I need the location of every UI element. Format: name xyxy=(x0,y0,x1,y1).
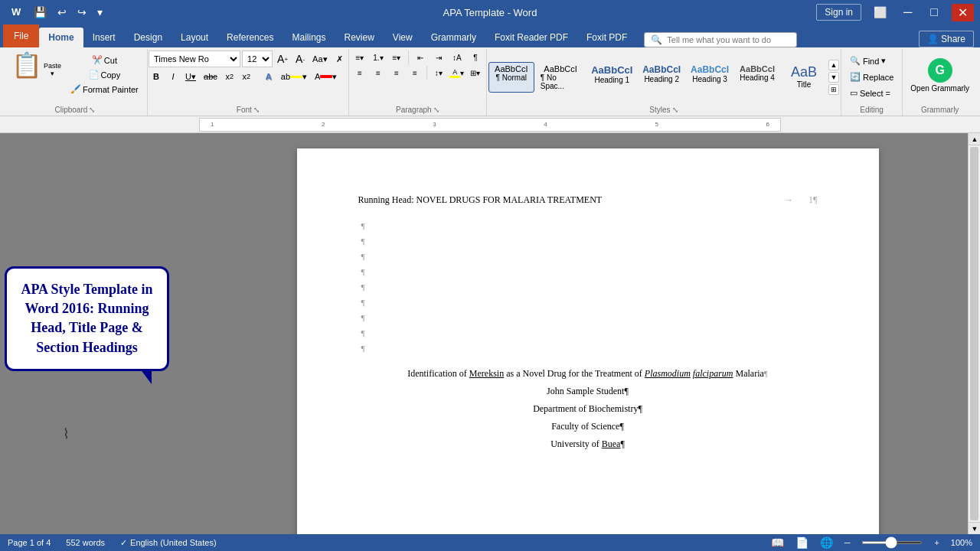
align-right-button[interactable]: ≡ xyxy=(388,66,405,80)
open-grammarly-button[interactable]: G Open Grammarly xyxy=(907,55,972,96)
tab-foxit-reader[interactable]: Foxit Reader PDF xyxy=(485,28,577,47)
font-size-select[interactable]: 12 xyxy=(242,51,273,67)
tab-file[interactable]: File xyxy=(3,24,39,47)
justify-button[interactable]: ≡ xyxy=(407,66,423,80)
borders-button[interactable]: ⊞▾ xyxy=(467,66,484,80)
find-button[interactable]: 🔍 Find▾ xyxy=(846,54,890,68)
shading-button[interactable]: A ▾ xyxy=(449,66,466,80)
styles-expand-icon[interactable]: ⤡ xyxy=(672,106,678,114)
share-icon: 👤 xyxy=(927,34,939,44)
italic-button[interactable]: I xyxy=(165,69,181,84)
superscript-button[interactable]: x2 xyxy=(239,69,254,84)
line-spacing-button[interactable]: ↕▾ xyxy=(430,66,447,80)
ribbon-display-options-button[interactable]: ⬜ xyxy=(871,5,890,20)
multilevel-list-button[interactable]: ≡▾ xyxy=(388,51,405,64)
highlight-color-button[interactable]: ab▾ xyxy=(278,69,310,84)
subscript-button[interactable]: x2 xyxy=(222,69,237,84)
numbering-button[interactable]: 1.▾ xyxy=(370,51,387,64)
align-center-button[interactable]: ≡ xyxy=(370,66,387,80)
show-hide-button[interactable]: ¶ xyxy=(467,51,484,64)
sidebar-overlay-text: APA Style Template in Word 2016: Running… xyxy=(16,280,158,357)
decrease-indent-button[interactable]: ⇤ xyxy=(412,51,429,64)
editing-group: 🔍 Find▾ 🔄 Replace ▭ Select = Editing xyxy=(841,49,903,116)
svg-text:W: W xyxy=(11,6,21,18)
save-button[interactable]: 💾 xyxy=(31,5,50,20)
style-normal[interactable]: AaBbCcI ¶ Normal xyxy=(488,62,534,93)
close-button[interactable]: ✕ xyxy=(952,4,974,21)
sort-button[interactable]: ↕A xyxy=(449,51,466,64)
grammarly-label: Grammarly xyxy=(921,104,959,116)
scroll-down-button[interactable]: ▼ xyxy=(969,522,980,534)
tab-references[interactable]: References xyxy=(217,28,283,47)
sign-in-button[interactable]: Sign in xyxy=(816,4,861,21)
style-heading4[interactable]: AaBbCcI Heading 4 xyxy=(734,62,780,93)
clear-formatting-button[interactable]: ✗ xyxy=(332,51,348,67)
tab-layout[interactable]: Layout xyxy=(172,28,217,47)
format-painter-button[interactable]: 🖌️ Format Painter xyxy=(67,83,142,96)
styles-scroll-down[interactable]: ▼ xyxy=(828,72,839,83)
print-layout-button[interactable]: 📄 xyxy=(795,536,808,549)
align-left-button[interactable]: ≡ xyxy=(351,66,368,80)
redo-button[interactable]: ↪ xyxy=(74,5,90,20)
tab-insert[interactable]: Insert xyxy=(83,28,125,47)
page-number: 1¶ xyxy=(808,194,817,206)
replace-button[interactable]: 🔄 Replace xyxy=(846,70,897,84)
font-selector-row: Times New Ro 12 A+ A- Aa▾ ✗ xyxy=(149,51,348,67)
style-no-spacing[interactable]: AaBbCcI ¶ No Spac... xyxy=(535,62,586,93)
styles-label: Styles ⤡ xyxy=(649,104,678,116)
zoom-slider[interactable] xyxy=(861,541,923,544)
tab-foxit-pdf[interactable]: Foxit PDF xyxy=(577,28,636,47)
editing-label: Editing xyxy=(860,104,884,116)
word-icon[interactable]: W xyxy=(6,3,26,22)
shrink-font-button[interactable]: A- xyxy=(292,51,308,67)
styles-scroll-up[interactable]: ▲ xyxy=(828,60,839,70)
paste-icon: 📋 xyxy=(11,53,42,77)
tab-design[interactable]: Design xyxy=(125,28,172,47)
grow-font-button[interactable]: A+ xyxy=(274,51,291,67)
paste-button[interactable]: 📋 Paste ▾ xyxy=(8,51,65,80)
minimize-button[interactable]: ─ xyxy=(899,4,916,21)
tab-review[interactable]: Review xyxy=(335,28,383,47)
styles-more-button[interactable]: ⊞ xyxy=(828,84,839,95)
strikethrough-button[interactable]: abc xyxy=(201,69,220,84)
ruler: 123456 xyxy=(0,116,980,133)
read-mode-button[interactable]: 📖 xyxy=(771,536,784,549)
select-button[interactable]: ▭ Select = xyxy=(846,86,894,100)
increase-indent-button[interactable]: ⇥ xyxy=(430,51,447,64)
bullets-button[interactable]: ≡▾ xyxy=(351,51,368,64)
maximize-button[interactable]: □ xyxy=(926,4,942,21)
cut-button[interactable]: ✂️ Cut xyxy=(67,54,142,67)
scroll-up-button[interactable]: ▲ xyxy=(969,133,980,145)
document-area[interactable]: Running Head: NOVEL DRUGS FOR MALARIA TR… xyxy=(195,133,980,534)
paragraph-expand-icon[interactable]: ⤡ xyxy=(433,106,439,114)
style-heading1[interactable]: AaBbCcI Heading 1 xyxy=(586,62,637,93)
font-expand-icon[interactable]: ⤡ xyxy=(253,106,260,114)
undo-button[interactable]: ↩ xyxy=(54,5,70,20)
style-heading2[interactable]: AaBbCcI Heading 2 xyxy=(638,62,685,93)
tab-home[interactable]: Home xyxy=(39,28,83,47)
bold-button[interactable]: B xyxy=(149,69,164,84)
copy-button[interactable]: 📄 Copy xyxy=(67,68,142,81)
font-color-button[interactable]: A▾ xyxy=(312,69,340,84)
web-layout-button[interactable]: 🌐 xyxy=(820,536,833,549)
vertical-scrollbar[interactable]: ▲ ▼ xyxy=(968,133,980,534)
text-effects-button[interactable]: A xyxy=(261,69,276,84)
font-family-select[interactable]: Times New Ro xyxy=(149,51,240,67)
change-case-button[interactable]: Aa▾ xyxy=(309,51,330,67)
ribbon-search-input[interactable] xyxy=(667,35,789,44)
page-header: Running Head: NOVEL DRUGS FOR MALARIA TR… xyxy=(358,194,818,206)
clipboard-group-content: 📋 Paste ▾ ✂️ Cut 📄 Copy 🖌️ Format Painte xyxy=(8,51,142,104)
style-title[interactable]: AaB Title xyxy=(781,62,827,93)
share-button[interactable]: 👤 Share xyxy=(919,31,974,47)
customize-qat-button[interactable]: ▾ xyxy=(94,5,106,20)
ribbon: 📋 Paste ▾ ✂️ Cut 📄 Copy 🖌️ Format Painte xyxy=(0,47,980,116)
underline-button[interactable]: U▾ xyxy=(182,69,199,84)
tab-view[interactable]: View xyxy=(384,28,422,47)
clipboard-expand-icon[interactable]: ⤡ xyxy=(89,106,95,114)
page-content: Identification of Mereksin as a Novel Dr… xyxy=(358,368,818,450)
style-heading3[interactable]: AaBbCcI Heading 3 xyxy=(686,62,733,93)
grammarly-icon: G xyxy=(928,58,952,83)
tab-mailings[interactable]: Mailings xyxy=(283,28,335,47)
tab-grammarly[interactable]: Grammarly xyxy=(422,28,485,47)
language-indicator[interactable]: ✓ English (United States) xyxy=(120,538,217,548)
